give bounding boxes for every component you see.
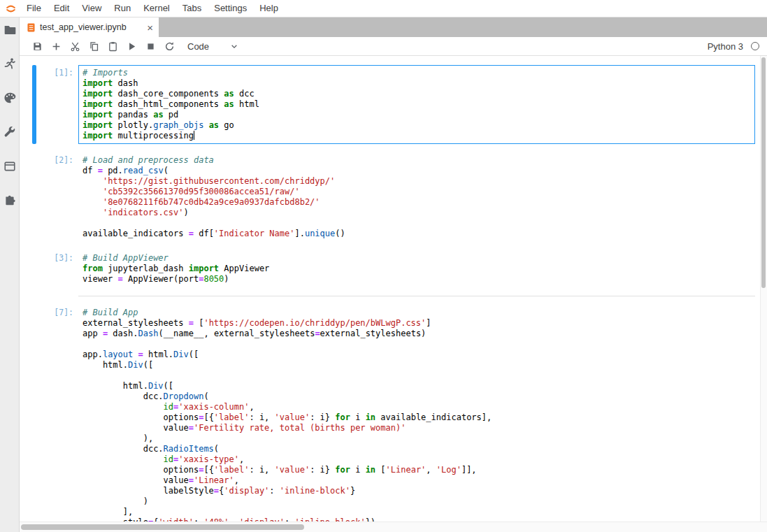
vertical-scrollbar[interactable] xyxy=(760,56,767,522)
code-line: ], xyxy=(83,507,751,517)
run-icon xyxy=(127,41,137,52)
cell-prompt: [3]: xyxy=(36,250,78,287)
command-palette-icon[interactable] xyxy=(3,92,16,104)
tab-title: test_app_viewer.ipynb xyxy=(40,22,143,32)
menu-item-run[interactable]: Run xyxy=(108,0,137,17)
cell-editor[interactable]: # Build Appexternal_stylesheets = ['http… xyxy=(78,305,755,522)
code-line: import pandas as pd xyxy=(83,110,751,120)
tab-close-icon[interactable]: × xyxy=(147,22,153,33)
notebook-row: [1]:# Importsimport dashimport dash_core… xyxy=(20,56,767,522)
notebook-cell[interactable]: [2]:# Load and preprocess datadf = pd.re… xyxy=(32,152,755,242)
horizontal-scrollbar-thumb[interactable] xyxy=(21,524,304,530)
copy-icon xyxy=(89,41,99,52)
cell-divider xyxy=(78,296,755,296)
kernel-indicator[interactable]: Python 3 xyxy=(708,41,767,52)
code-line xyxy=(83,371,751,381)
code-line: available_indicators = df['Indicator Nam… xyxy=(83,229,751,239)
interrupt-kernel-button[interactable] xyxy=(141,38,160,55)
tab-bar[interactable]: test_app_viewer.ipynb × xyxy=(20,17,767,37)
add-cell-button[interactable] xyxy=(47,38,66,55)
kernel-name[interactable]: Python 3 xyxy=(708,41,743,52)
code-line: 'https://gist.githubusercontent.com/chri… xyxy=(83,176,751,187)
menu-item-kernel[interactable]: Kernel xyxy=(137,0,176,17)
code-line: dcc.Dropdown( xyxy=(83,391,751,402)
code-line: value='Linear', xyxy=(83,475,751,486)
copy-cells-button[interactable] xyxy=(85,38,103,55)
notebook-cell[interactable]: [7]:# Build Appexternal_stylesheets = ['… xyxy=(32,305,755,522)
chevron-down-icon xyxy=(231,44,238,49)
notebook-cell[interactable]: [1]:# Importsimport dashimport dash_core… xyxy=(32,65,755,144)
code-line xyxy=(83,218,751,229)
menu-item-tabs[interactable]: Tabs xyxy=(176,0,208,17)
vertical-scrollbar-thumb[interactable] xyxy=(761,57,766,288)
menu-item-edit[interactable]: Edit xyxy=(48,0,76,17)
code-line xyxy=(83,339,751,350)
code-line: # Build App xyxy=(83,308,751,318)
cell-editor[interactable]: # Importsimport dashimport dash_core_com… xyxy=(78,65,755,144)
code-line: df = pd.read_csv( xyxy=(83,166,751,176)
notebook-toolbar: Code Python 3 xyxy=(20,37,767,56)
scissors-icon xyxy=(70,41,80,52)
jupyter-logo xyxy=(5,3,17,15)
code-line: import plotly.graph_objs as go xyxy=(83,120,751,131)
text-cursor xyxy=(194,131,194,140)
code-line: external_stylesheets = ['https://codepen… xyxy=(83,318,751,329)
code-line: '8e0768211f6b747c0db42a9ce9a0937dafcbd8b… xyxy=(83,197,751,208)
tab-notebook[interactable]: test_app_viewer.ipynb × xyxy=(20,17,159,37)
code-line: import dash_html_components as html xyxy=(83,99,751,110)
code-line: viewer = AppViewer(port=8050) xyxy=(83,274,751,285)
file-browser-icon[interactable] xyxy=(3,23,16,36)
cell-prompt: [7]: xyxy=(36,305,78,522)
cell-type-value: Code xyxy=(187,41,209,52)
code-line: options=[{'label': i, 'value': i} for i … xyxy=(83,465,751,475)
content-column: test_app_viewer.ipynb × xyxy=(20,17,767,532)
menu-item-file[interactable]: File xyxy=(20,0,48,17)
paste-icon xyxy=(108,41,118,52)
code-line: dcc.RadioItems( xyxy=(83,444,751,454)
code-line: id='xaxis-column', xyxy=(83,402,751,412)
notebook-cell[interactable]: [3]:# Build AppViewerfrom jupyterlab_das… xyxy=(32,250,755,287)
menu-item-view[interactable]: View xyxy=(76,0,108,17)
left-sidebar xyxy=(0,17,20,532)
restart-icon xyxy=(164,41,175,52)
code-line: labelStyle={'display': 'inline-block'} xyxy=(83,486,751,496)
menu-item-help[interactable]: Help xyxy=(253,0,285,17)
plus-icon xyxy=(51,41,62,52)
extension-manager-icon[interactable] xyxy=(3,194,16,207)
code-line: from jupyterlab_dash import AppViewer xyxy=(83,264,751,274)
code-line: # Build AppViewer xyxy=(83,253,751,264)
notebook-file-icon xyxy=(27,23,35,32)
code-line: app.layout = html.Div([ xyxy=(83,350,751,360)
cell-editor[interactable]: # Load and preprocess datadf = pd.read_c… xyxy=(78,152,755,242)
cell-editor[interactable]: # Build AppViewerfrom jupyterlab_dash im… xyxy=(78,250,755,287)
cell-type-dropdown[interactable]: Code xyxy=(187,41,238,52)
running-sessions-icon[interactable] xyxy=(3,57,16,70)
menubar: FileEditViewRunKernelTabsSettingsHelp xyxy=(0,0,767,17)
code-line: # Load and preprocess data xyxy=(83,155,751,166)
jupyterlab-window: FileEditViewRunKernelTabsSettingsHelp te… xyxy=(0,0,767,532)
restart-kernel-button[interactable] xyxy=(160,38,179,55)
code-line: 'cb5392c35661370d95f300086accea51/raw/' xyxy=(83,187,751,197)
save-button[interactable] xyxy=(28,38,47,55)
code-line: 'indicators.csv') xyxy=(83,208,751,218)
paste-cells-button[interactable] xyxy=(103,38,122,55)
kernel-status-icon xyxy=(751,42,759,50)
code-line: app = dash.Dash(__name__, external_style… xyxy=(83,329,751,339)
horizontal-scrollbar[interactable] xyxy=(20,522,767,532)
menubar-items: FileEditViewRunKernelTabsSettingsHelp xyxy=(20,0,285,17)
code-line: import dash xyxy=(83,78,751,89)
code-line: import multiprocessing xyxy=(83,131,751,141)
cut-cells-button[interactable] xyxy=(66,38,85,55)
open-tabs-icon[interactable] xyxy=(3,160,16,173)
code-line: html.Div([ xyxy=(83,381,751,391)
property-inspector-icon[interactable] xyxy=(3,126,16,138)
code-line: # Imports xyxy=(83,68,751,78)
cell-prompt: [2]: xyxy=(36,152,78,242)
menu-item-settings[interactable]: Settings xyxy=(208,0,253,17)
cell-prompt: [1]: xyxy=(36,65,78,144)
run-cell-button[interactable] xyxy=(122,38,141,55)
code-line: import dash_core_components as dcc xyxy=(83,89,751,99)
notebook: [1]:# Importsimport dashimport dash_core… xyxy=(20,56,760,522)
save-icon xyxy=(32,41,43,52)
code-line: html.Div([ xyxy=(83,360,751,371)
